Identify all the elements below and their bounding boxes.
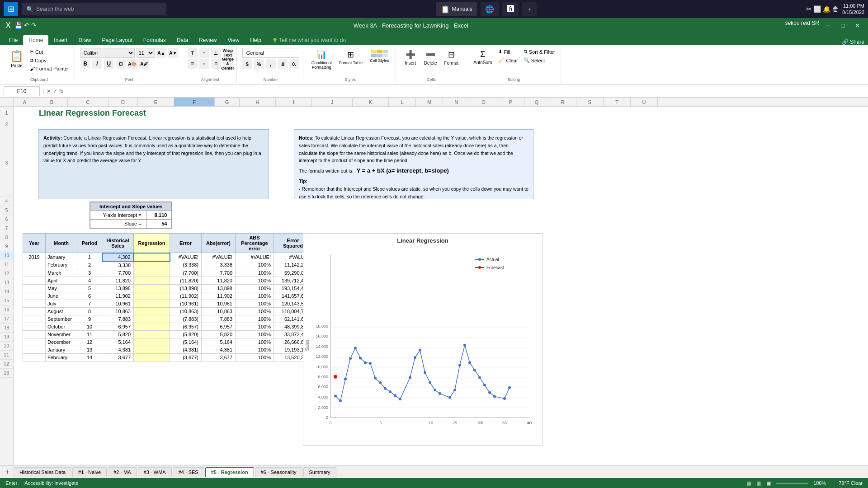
tab-wma[interactable]: #3 - WMA <box>138 467 172 477</box>
cell-abs-error[interactable]: 10,863 <box>202 307 236 315</box>
undo-button[interactable]: ↶ <box>24 22 29 29</box>
col-header-e[interactable]: E <box>138 98 174 106</box>
cell-hist-sales[interactable]: 7,700 <box>102 269 134 277</box>
align-top-button[interactable]: ⊤ <box>188 48 198 58</box>
row-header-2[interactable]: 2 <box>0 120 13 129</box>
cell-error[interactable]: #VALUE! <box>170 253 202 261</box>
cancel-formula-button[interactable]: ✕ <box>47 88 51 94</box>
cell-abs-error[interactable]: 5,164 <box>202 338 236 346</box>
font-size-select[interactable]: 11 <box>137 48 155 58</box>
cell-abs-pct[interactable]: 100% <box>236 269 274 277</box>
cell-year[interactable] <box>23 261 46 269</box>
cell-year[interactable] <box>23 323 46 330</box>
cell-month[interactable]: May <box>46 284 77 292</box>
cell-month[interactable]: March <box>46 269 77 277</box>
row-header-9[interactable]: 9 <box>0 242 13 251</box>
tab-page-layout[interactable]: Page Layout <box>96 35 137 45</box>
cell-year[interactable]: 2019 <box>23 253 46 261</box>
cell-period[interactable]: 3 <box>77 269 102 277</box>
col-header-d[interactable]: D <box>108 98 138 106</box>
cell-month[interactable]: November <box>46 330 77 338</box>
row-header-22[interactable]: 22 <box>0 360 13 369</box>
cell-period[interactable]: 4 <box>77 277 102 284</box>
cell-period[interactable]: 14 <box>77 353 102 361</box>
taskbar-app-amazon[interactable]: 🅰 <box>502 2 519 16</box>
cell-regression[interactable] <box>134 307 170 315</box>
tab-insert[interactable]: Insert <box>48 35 73 45</box>
view-normal-button[interactable]: ▤ <box>746 480 751 486</box>
col-header-a[interactable]: A <box>14 98 36 106</box>
increase-decimal-button[interactable]: .0 <box>278 59 288 69</box>
autosum-button[interactable]: Σ AutoSum <box>471 48 495 67</box>
cell-error[interactable]: (11,902) <box>170 292 202 300</box>
tab-historical-sales[interactable]: Historical Sales Data <box>14 467 71 477</box>
cell-year[interactable] <box>23 338 46 346</box>
cell-period[interactable]: 2 <box>77 261 102 269</box>
cell-regression[interactable] <box>134 277 170 284</box>
view-page-break-button[interactable]: ▦ <box>766 480 771 486</box>
fill-button[interactable]: ⬇ Fill <box>496 48 519 56</box>
cell-period[interactable]: 13 <box>77 346 102 353</box>
cell-abs-error[interactable]: 5,820 <box>202 330 236 338</box>
cell-year[interactable] <box>23 284 46 292</box>
maximize-button[interactable]: □ <box>837 20 848 31</box>
cell-abs-error[interactable]: 3,677 <box>202 353 236 361</box>
col-header-m[interactable]: M <box>416 98 443 106</box>
cell-hist-sales[interactable]: 5,820 <box>102 330 134 338</box>
new-sheet-button[interactable]: ＋ <box>4 467 11 477</box>
decrease-decimal-button[interactable]: 0. <box>289 59 299 69</box>
percent-button[interactable]: % <box>254 59 264 69</box>
tab-view[interactable]: View <box>222 35 245 45</box>
cell-hist-sales[interactable]: 4,302 <box>102 253 134 261</box>
row-header-17[interactable]: 17 <box>0 314 13 324</box>
title-cell[interactable]: Linear Regression Forecast <box>36 107 868 120</box>
col-header-g[interactable]: G <box>215 98 240 106</box>
row-header-10[interactable]: 10 <box>0 251 13 260</box>
cell-month[interactable]: January <box>46 253 77 261</box>
align-right-button[interactable]: ≡ <box>211 59 221 69</box>
cell-abs-error[interactable]: 4,381 <box>202 346 236 353</box>
cell-abs-error[interactable]: #VALUE! <box>202 253 236 261</box>
col-header-t[interactable]: T <box>604 98 631 106</box>
insert-function-button[interactable]: fx <box>59 88 63 94</box>
cell-period[interactable]: 7 <box>77 300 102 307</box>
cell-abs-pct[interactable]: 100% <box>236 338 274 346</box>
cell-abs-pct[interactable]: 100% <box>236 261 274 269</box>
copy-button[interactable]: ⧉ Copy <box>28 56 71 64</box>
cell-hist-sales[interactable]: 7,883 <box>102 315 134 323</box>
cell-error[interactable]: (7,883) <box>170 315 202 323</box>
cell-error[interactable]: (11,820) <box>170 277 202 284</box>
cell-year[interactable] <box>23 346 46 353</box>
cell-period[interactable]: 1 <box>77 253 102 261</box>
cell-error[interactable]: (7,700) <box>170 269 202 277</box>
cell-hist-sales[interactable]: 10,863 <box>102 307 134 315</box>
merge-center-button[interactable]: Merge & Center <box>223 59 233 69</box>
wrap-text-button[interactable]: Wrap Text <box>223 48 233 58</box>
row-header-11[interactable]: 11 <box>0 260 13 269</box>
cell-month[interactable]: February <box>46 353 77 361</box>
cell-abs-pct[interactable]: 100% <box>236 277 274 284</box>
cell-hist-sales[interactable]: 13,898 <box>102 284 134 292</box>
cell-hist-sales[interactable]: 11,902 <box>102 292 134 300</box>
font-decrease-button[interactable]: A▼ <box>168 48 178 58</box>
col-header-l[interactable]: L <box>389 98 416 106</box>
cell-year[interactable] <box>23 307 46 315</box>
cell-abs-pct[interactable]: 100% <box>236 307 274 315</box>
cell-regression[interactable] <box>134 284 170 292</box>
tab-data[interactable]: Data <box>171 35 193 45</box>
row-header-18[interactable]: 18 <box>0 324 13 333</box>
col-header-i[interactable]: I <box>276 98 312 106</box>
cell-abs-pct[interactable]: 100% <box>236 353 274 361</box>
col-header-h[interactable]: H <box>240 98 276 106</box>
tab-seasonality[interactable]: #6 - Seasonality <box>255 467 302 477</box>
cell-error[interactable]: (5,820) <box>170 330 202 338</box>
cell-abs-pct[interactable]: 100% <box>236 315 274 323</box>
row-header-16[interactable]: 16 <box>0 305 13 314</box>
row-header-14[interactable]: 14 <box>0 287 13 296</box>
cell-period[interactable]: 6 <box>77 292 102 300</box>
cell-period[interactable]: 9 <box>77 315 102 323</box>
insert-button[interactable]: ➕ Insert <box>401 48 420 67</box>
tab-naive[interactable]: #1 - Naive <box>72 467 107 477</box>
cell-regression[interactable] <box>134 315 170 323</box>
cell-period[interactable]: 5 <box>77 284 102 292</box>
